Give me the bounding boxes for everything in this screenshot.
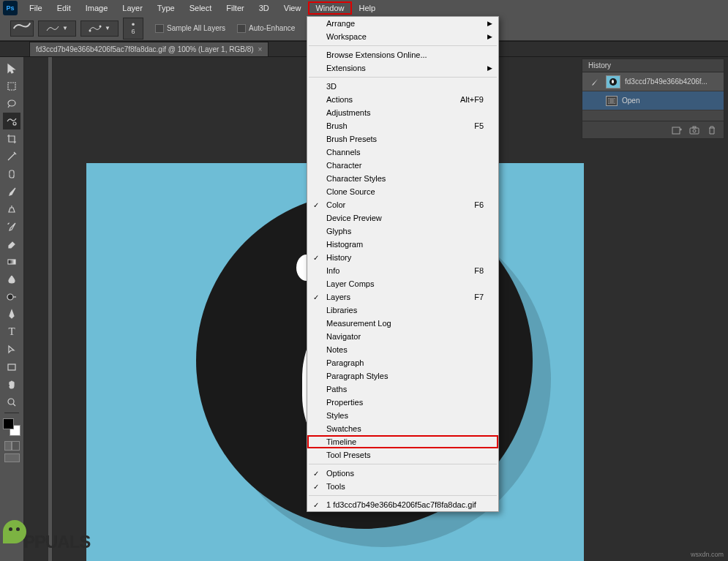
menu-item-label: Actions: [326, 95, 353, 104]
menu-item-options[interactable]: ✓Options: [307, 467, 498, 480]
menu-item-libraries[interactable]: Libraries: [307, 304, 498, 317]
menu-item-layers[interactable]: ✓LayersF7: [307, 290, 498, 304]
menu-item-adjustments[interactable]: Adjustments: [307, 106, 498, 119]
menu-view[interactable]: View: [277, 1, 309, 15]
menu-item-workspace[interactable]: Workspace▶: [307, 30, 498, 43]
current-tool-icon[interactable]: [10, 20, 34, 37]
menu-edit[interactable]: Edit: [50, 1, 78, 15]
menu-item-3d[interactable]: 3D: [307, 80, 498, 93]
menu-item-layer-comps[interactable]: Layer Comps: [307, 277, 498, 290]
history-panel-tab[interactable]: History: [588, 61, 611, 69]
lasso-tool[interactable]: [3, 95, 20, 112]
menu-window[interactable]: Window: [308, 1, 351, 15]
menu-item-styles[interactable]: Styles: [307, 409, 498, 422]
menu-item-histogram[interactable]: Histogram: [307, 238, 498, 251]
menu-help[interactable]: Help: [352, 1, 383, 15]
create-document-icon[interactable]: [671, 125, 683, 135]
history-document-row[interactable]: fd3ccd7b49e366b4206f...: [582, 72, 724, 91]
menu-layer[interactable]: Layer: [115, 1, 150, 15]
path-selection-tool[interactable]: [3, 341, 20, 358]
menu-image[interactable]: Image: [78, 1, 116, 15]
menu-item-brush[interactable]: BrushF5: [307, 119, 498, 132]
screen-mode-toggle[interactable]: [4, 453, 20, 462]
menu-item-label: Brush: [326, 121, 348, 130]
menu-type[interactable]: Type: [150, 1, 182, 15]
menu-item-label: Options: [326, 469, 354, 478]
menu-item-label: Workspace: [326, 32, 367, 41]
menu-item-tool-presets[interactable]: Tool Presets: [307, 448, 498, 462]
menu-item-properties[interactable]: Properties: [307, 396, 498, 409]
menu-item-notes[interactable]: Notes: [307, 343, 498, 356]
menu-item-paths[interactable]: Paths: [307, 383, 498, 396]
hand-tool[interactable]: [3, 376, 20, 393]
sample-all-layers-checkbox[interactable]: [155, 24, 164, 33]
sample-all-layers-option[interactable]: Sample All Layers: [155, 24, 225, 33]
history-panel-header[interactable]: History: [582, 59, 724, 72]
photoshop-logo-icon[interactable]: Ps: [3, 1, 18, 15]
eraser-tool[interactable]: [3, 236, 20, 252]
document-tab[interactable]: fd3ccd7b49e366b4206f5ac7f8fa8dac.gif @ 1…: [29, 42, 269, 56]
menu-file[interactable]: File: [22, 1, 50, 15]
menu-item-extensions[interactable]: Extensions▶: [307, 61, 498, 75]
dodge-tool[interactable]: [3, 288, 20, 305]
menu-item-arrange[interactable]: Arrange▶: [307, 17, 498, 30]
menu-item-glyphs[interactable]: Glyphs: [307, 225, 498, 238]
blur-tool[interactable]: [3, 271, 20, 287]
menu-filter[interactable]: Filter: [219, 1, 251, 15]
menu-item-history[interactable]: ✓History: [307, 251, 498, 264]
foreground-color-swatch[interactable]: [3, 418, 14, 429]
zoom-tool[interactable]: [3, 394, 20, 410]
type-tool[interactable]: T: [3, 323, 20, 340]
mask-mode-toggle[interactable]: [4, 441, 20, 451]
menu-item-swatches[interactable]: Swatches: [307, 422, 498, 435]
menu-item-1-fd3ccd7b49e366b4206f5ac7f8fa8dac-gif[interactable]: ✓1 fd3ccd7b49e366b4206f5ac7f8fa8dac.gif: [307, 498, 498, 511]
menu-item-clone-source[interactable]: Clone Source: [307, 185, 498, 198]
menu-3d[interactable]: 3D: [252, 1, 277, 15]
rectangle-tool[interactable]: [3, 358, 20, 375]
document-tab-close-icon[interactable]: ×: [258, 45, 263, 53]
healing-brush-tool[interactable]: [3, 165, 20, 182]
marquee-tool[interactable]: [3, 78, 20, 94]
menu-item-navigator[interactable]: Navigator: [307, 330, 498, 343]
pen-tool[interactable]: [3, 306, 20, 323]
menu-item-character-styles[interactable]: Character Styles: [307, 172, 498, 185]
gradient-tool[interactable]: [3, 253, 20, 270]
menu-item-label: Tools: [326, 482, 345, 491]
move-tool[interactable]: [3, 60, 20, 77]
color-swatches[interactable]: [3, 418, 20, 436]
sample-all-layers-label: Sample All Layers: [167, 24, 225, 32]
menu-item-actions[interactable]: ActionsAlt+F9: [307, 93, 498, 106]
menu-item-channels[interactable]: Channels: [307, 146, 498, 159]
quick-selection-tool[interactable]: [3, 113, 20, 129]
menu-select[interactable]: Select: [182, 1, 219, 15]
menu-item-tools[interactable]: ✓Tools: [307, 480, 498, 493]
history-panel-footer: [582, 121, 724, 138]
menu-item-device-preview[interactable]: Device Preview: [307, 211, 498, 225]
auto-enhance-option[interactable]: Auto-Enhance: [237, 24, 295, 33]
svg-point-1: [100, 25, 102, 27]
menu-item-character[interactable]: Character: [307, 159, 498, 172]
menu-item-paragraph[interactable]: Paragraph: [307, 356, 498, 369]
menu-item-measurement-log[interactable]: Measurement Log: [307, 317, 498, 330]
menu-item-timeline[interactable]: Timeline: [307, 435, 498, 448]
menu-item-color[interactable]: ✓ColorF6: [307, 198, 498, 211]
delete-icon[interactable]: [706, 125, 718, 135]
history-state-row[interactable]: Open: [582, 91, 724, 110]
snapshot-icon[interactable]: [688, 125, 700, 135]
crop-tool[interactable]: [3, 130, 20, 147]
menu-item-paragraph-styles[interactable]: Paragraph Styles: [307, 369, 498, 383]
brush-preset-picker[interactable]: ▼: [38, 20, 76, 37]
history-brush-tool[interactable]: [3, 218, 20, 235]
menu-item-brush-presets[interactable]: Brush Presets: [307, 132, 498, 146]
svg-point-0: [89, 29, 91, 31]
clone-stamp-tool[interactable]: [3, 200, 20, 217]
brush-size-selector[interactable]: • 6: [123, 18, 143, 39]
auto-enhance-checkbox[interactable]: [237, 24, 246, 33]
history-brush-icon: [587, 75, 601, 89]
menu-item-label: Glyphs: [326, 227, 351, 236]
menu-item-browse-extensions-online[interactable]: Browse Extensions Online...: [307, 48, 498, 61]
brush-options-picker[interactable]: ▼: [80, 20, 119, 37]
brush-tool[interactable]: [3, 183, 20, 200]
eyedropper-tool[interactable]: [3, 148, 20, 165]
menu-item-info[interactable]: InfoF8: [307, 264, 498, 277]
